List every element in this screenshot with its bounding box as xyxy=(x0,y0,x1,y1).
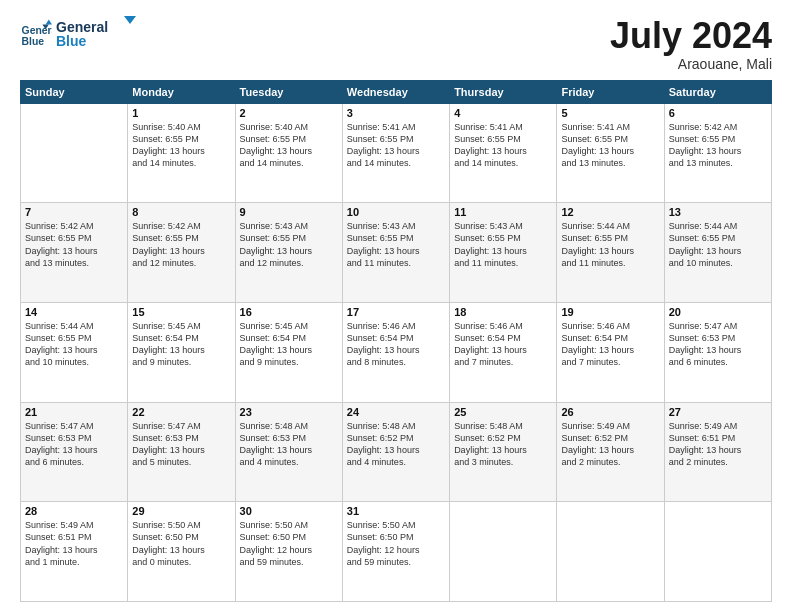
day-number: 5 xyxy=(561,107,659,119)
week-row-4: 21Sunrise: 5:47 AM Sunset: 6:53 PM Dayli… xyxy=(21,402,772,502)
day-number: 15 xyxy=(132,306,230,318)
day-info: Sunrise: 5:44 AM Sunset: 6:55 PM Dayligh… xyxy=(561,220,659,269)
table-cell: 10Sunrise: 5:43 AM Sunset: 6:55 PM Dayli… xyxy=(342,203,449,303)
day-number: 26 xyxy=(561,406,659,418)
table-cell: 4Sunrise: 5:41 AM Sunset: 6:55 PM Daylig… xyxy=(450,103,557,203)
day-number: 12 xyxy=(561,206,659,218)
table-cell: 24Sunrise: 5:48 AM Sunset: 6:52 PM Dayli… xyxy=(342,402,449,502)
day-info: Sunrise: 5:43 AM Sunset: 6:55 PM Dayligh… xyxy=(347,220,445,269)
col-sunday: Sunday xyxy=(21,80,128,103)
col-thursday: Thursday xyxy=(450,80,557,103)
title-location: Araouane, Mali xyxy=(610,56,772,72)
col-friday: Friday xyxy=(557,80,664,103)
page: General Blue General Blue July 2024 Arao… xyxy=(0,0,792,612)
logo-icon: General Blue xyxy=(20,18,52,50)
table-cell: 20Sunrise: 5:47 AM Sunset: 6:53 PM Dayli… xyxy=(664,302,771,402)
day-info: Sunrise: 5:46 AM Sunset: 6:54 PM Dayligh… xyxy=(561,320,659,369)
day-number: 17 xyxy=(347,306,445,318)
calendar-header-row: Sunday Monday Tuesday Wednesday Thursday… xyxy=(21,80,772,103)
table-cell xyxy=(664,502,771,602)
col-tuesday: Tuesday xyxy=(235,80,342,103)
logo-text: General Blue xyxy=(56,16,136,52)
day-info: Sunrise: 5:41 AM Sunset: 6:55 PM Dayligh… xyxy=(561,121,659,170)
table-cell: 14Sunrise: 5:44 AM Sunset: 6:55 PM Dayli… xyxy=(21,302,128,402)
week-row-5: 28Sunrise: 5:49 AM Sunset: 6:51 PM Dayli… xyxy=(21,502,772,602)
day-number: 13 xyxy=(669,206,767,218)
day-number: 23 xyxy=(240,406,338,418)
table-cell xyxy=(450,502,557,602)
week-row-2: 7Sunrise: 5:42 AM Sunset: 6:55 PM Daylig… xyxy=(21,203,772,303)
table-cell: 7Sunrise: 5:42 AM Sunset: 6:55 PM Daylig… xyxy=(21,203,128,303)
logo: General Blue General Blue xyxy=(20,16,136,52)
day-info: Sunrise: 5:42 AM Sunset: 6:55 PM Dayligh… xyxy=(132,220,230,269)
day-number: 8 xyxy=(132,206,230,218)
table-cell: 17Sunrise: 5:46 AM Sunset: 6:54 PM Dayli… xyxy=(342,302,449,402)
table-cell: 1Sunrise: 5:40 AM Sunset: 6:55 PM Daylig… xyxy=(128,103,235,203)
day-info: Sunrise: 5:48 AM Sunset: 6:53 PM Dayligh… xyxy=(240,420,338,469)
table-cell: 5Sunrise: 5:41 AM Sunset: 6:55 PM Daylig… xyxy=(557,103,664,203)
table-cell xyxy=(557,502,664,602)
table-cell: 31Sunrise: 5:50 AM Sunset: 6:50 PM Dayli… xyxy=(342,502,449,602)
table-cell: 8Sunrise: 5:42 AM Sunset: 6:55 PM Daylig… xyxy=(128,203,235,303)
day-info: Sunrise: 5:43 AM Sunset: 6:55 PM Dayligh… xyxy=(454,220,552,269)
day-number: 4 xyxy=(454,107,552,119)
table-cell xyxy=(21,103,128,203)
day-number: 6 xyxy=(669,107,767,119)
day-number: 19 xyxy=(561,306,659,318)
day-number: 29 xyxy=(132,505,230,517)
table-cell: 26Sunrise: 5:49 AM Sunset: 6:52 PM Dayli… xyxy=(557,402,664,502)
day-info: Sunrise: 5:49 AM Sunset: 6:51 PM Dayligh… xyxy=(25,519,123,568)
table-cell: 25Sunrise: 5:48 AM Sunset: 6:52 PM Dayli… xyxy=(450,402,557,502)
day-info: Sunrise: 5:45 AM Sunset: 6:54 PM Dayligh… xyxy=(132,320,230,369)
title-month: July 2024 xyxy=(610,16,772,56)
day-info: Sunrise: 5:47 AM Sunset: 6:53 PM Dayligh… xyxy=(25,420,123,469)
col-saturday: Saturday xyxy=(664,80,771,103)
svg-text:Blue: Blue xyxy=(56,33,87,49)
week-row-3: 14Sunrise: 5:44 AM Sunset: 6:55 PM Dayli… xyxy=(21,302,772,402)
table-cell: 28Sunrise: 5:49 AM Sunset: 6:51 PM Dayli… xyxy=(21,502,128,602)
table-cell: 18Sunrise: 5:46 AM Sunset: 6:54 PM Dayli… xyxy=(450,302,557,402)
svg-text:General: General xyxy=(22,25,52,36)
col-monday: Monday xyxy=(128,80,235,103)
table-cell: 30Sunrise: 5:50 AM Sunset: 6:50 PM Dayli… xyxy=(235,502,342,602)
day-info: Sunrise: 5:46 AM Sunset: 6:54 PM Dayligh… xyxy=(347,320,445,369)
day-number: 22 xyxy=(132,406,230,418)
day-number: 18 xyxy=(454,306,552,318)
day-number: 21 xyxy=(25,406,123,418)
day-number: 16 xyxy=(240,306,338,318)
table-cell: 13Sunrise: 5:44 AM Sunset: 6:55 PM Dayli… xyxy=(664,203,771,303)
day-number: 9 xyxy=(240,206,338,218)
day-info: Sunrise: 5:44 AM Sunset: 6:55 PM Dayligh… xyxy=(25,320,123,369)
day-info: Sunrise: 5:41 AM Sunset: 6:55 PM Dayligh… xyxy=(454,121,552,170)
day-number: 27 xyxy=(669,406,767,418)
day-info: Sunrise: 5:42 AM Sunset: 6:55 PM Dayligh… xyxy=(669,121,767,170)
day-info: Sunrise: 5:48 AM Sunset: 6:52 PM Dayligh… xyxy=(347,420,445,469)
day-number: 11 xyxy=(454,206,552,218)
day-number: 3 xyxy=(347,107,445,119)
day-number: 30 xyxy=(240,505,338,517)
day-info: Sunrise: 5:49 AM Sunset: 6:51 PM Dayligh… xyxy=(669,420,767,469)
day-number: 20 xyxy=(669,306,767,318)
title-block: July 2024 Araouane, Mali xyxy=(610,16,772,72)
table-cell: 3Sunrise: 5:41 AM Sunset: 6:55 PM Daylig… xyxy=(342,103,449,203)
svg-marker-2 xyxy=(46,20,52,25)
day-info: Sunrise: 5:50 AM Sunset: 6:50 PM Dayligh… xyxy=(240,519,338,568)
day-info: Sunrise: 5:44 AM Sunset: 6:55 PM Dayligh… xyxy=(669,220,767,269)
table-cell: 2Sunrise: 5:40 AM Sunset: 6:55 PM Daylig… xyxy=(235,103,342,203)
table-cell: 27Sunrise: 5:49 AM Sunset: 6:51 PM Dayli… xyxy=(664,402,771,502)
header: General Blue General Blue July 2024 Arao… xyxy=(20,16,772,72)
day-info: Sunrise: 5:43 AM Sunset: 6:55 PM Dayligh… xyxy=(240,220,338,269)
calendar-table: Sunday Monday Tuesday Wednesday Thursday… xyxy=(20,80,772,602)
table-cell: 6Sunrise: 5:42 AM Sunset: 6:55 PM Daylig… xyxy=(664,103,771,203)
day-info: Sunrise: 5:50 AM Sunset: 6:50 PM Dayligh… xyxy=(347,519,445,568)
table-cell: 9Sunrise: 5:43 AM Sunset: 6:55 PM Daylig… xyxy=(235,203,342,303)
day-number: 7 xyxy=(25,206,123,218)
table-cell: 22Sunrise: 5:47 AM Sunset: 6:53 PM Dayli… xyxy=(128,402,235,502)
day-info: Sunrise: 5:40 AM Sunset: 6:55 PM Dayligh… xyxy=(132,121,230,170)
day-info: Sunrise: 5:40 AM Sunset: 6:55 PM Dayligh… xyxy=(240,121,338,170)
day-number: 14 xyxy=(25,306,123,318)
day-info: Sunrise: 5:47 AM Sunset: 6:53 PM Dayligh… xyxy=(132,420,230,469)
week-row-1: 1Sunrise: 5:40 AM Sunset: 6:55 PM Daylig… xyxy=(21,103,772,203)
day-number: 10 xyxy=(347,206,445,218)
table-cell: 11Sunrise: 5:43 AM Sunset: 6:55 PM Dayli… xyxy=(450,203,557,303)
